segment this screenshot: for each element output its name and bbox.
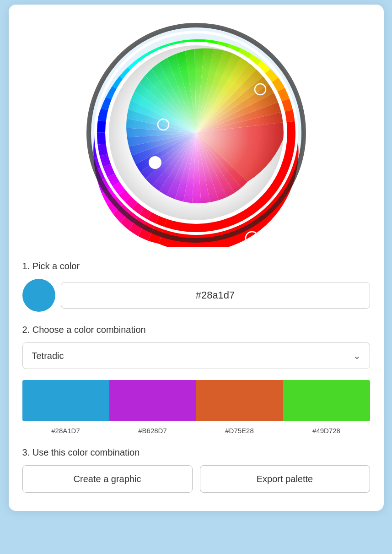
palette-labels: #28A1D7 #B628D7 #D75E28 #49D728: [22, 427, 370, 435]
palette-swatches: [22, 380, 370, 421]
color-swatch[interactable]: [22, 279, 55, 312]
combination-dropdown-container: Monochromatic Analogous Complementary Sp…: [22, 342, 370, 369]
wheel-container: [22, 18, 370, 247]
export-palette-button[interactable]: Export palette: [200, 465, 370, 493]
color-wheel[interactable]: [82, 18, 311, 247]
color-marker-4[interactable]: [304, 183, 311, 194]
step2-label: 2. Choose a color combination: [22, 325, 370, 335]
color-pick-row: [22, 279, 370, 312]
palette-label-2: #B628D7: [109, 427, 196, 435]
palette-swatch-3: [196, 380, 283, 421]
palette-label-3: #D75E28: [196, 427, 283, 435]
main-card: 1. Pick a color 2. Choose a color combin…: [9, 5, 384, 511]
color-marker-3[interactable]: [149, 157, 161, 168]
palette-label-1: #28A1D7: [22, 427, 109, 435]
create-graphic-button[interactable]: Create a graphic: [22, 465, 193, 493]
actions-row: Create a graphic Export palette: [22, 465, 370, 493]
combination-select[interactable]: Monochromatic Analogous Complementary Sp…: [22, 342, 370, 369]
wheel-wrapper: [82, 18, 311, 247]
palette-swatch-4: [283, 380, 370, 421]
step3-label: 3. Use this color combination: [22, 447, 370, 458]
step1-label: 1. Pick a color: [22, 261, 370, 272]
palette-label-4: #49D728: [283, 427, 370, 435]
palette-swatch-2: [109, 380, 196, 421]
palette-swatch-1: [22, 380, 109, 421]
hex-input[interactable]: [61, 282, 370, 309]
